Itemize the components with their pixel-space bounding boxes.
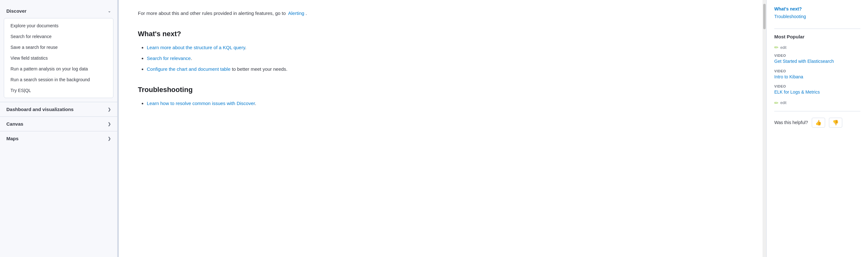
helpful-label: Was this helpful?: [774, 120, 808, 125]
video-link-0[interactable]: Get Started with Elasticsearch: [774, 59, 860, 65]
troubleshooting-list: Learn how to resolve common issues with …: [138, 100, 743, 107]
chevron-right-icon-2: ❯: [108, 122, 111, 126]
pencil-icon: ✏: [774, 44, 778, 50]
sidebar-canvas-label: Canvas: [6, 121, 23, 126]
alerting-text-before: For more about this and other rules prov…: [138, 10, 287, 16]
sidebar-maps-label: Maps: [6, 136, 19, 141]
edit-label-2: edit: [780, 101, 786, 105]
panel-divider: [774, 29, 860, 29]
kql-query-link[interactable]: Learn more about the structure of a KQL …: [147, 45, 245, 50]
video-label-2: VIDEO: [774, 84, 860, 88]
configure-chart-link[interactable]: Configure the chart and document table: [147, 66, 231, 72]
scrollbar-thumb: [763, 4, 766, 29]
helpful-section: Was this helpful? 👍 👎: [774, 118, 860, 127]
sidebar-discover-items: Explore your documents Search for releva…: [4, 18, 114, 98]
chevron-right-icon-3: ❯: [108, 137, 111, 141]
video-link-1[interactable]: Intro to Kibana: [774, 74, 860, 80]
sidebar-item-view-field-statistics[interactable]: View field statistics: [4, 53, 113, 64]
main-content: For more about this and other rules prov…: [119, 0, 763, 257]
sidebar-item-run-search-session[interactable]: Run a search session in the background: [4, 74, 113, 85]
thumbs-up-icon: 👍: [815, 120, 822, 126]
sidebar-item-explore-documents[interactable]: Explore your documents: [4, 20, 113, 31]
bullet-0-after: .: [245, 45, 246, 50]
video-label-0: VIDEO: [774, 53, 860, 58]
sidebar-discover-header[interactable]: Discover ⌄: [0, 5, 117, 17]
sidebar: Discover ⌄ Explore your documents Search…: [0, 0, 118, 257]
alerting-paragraph: For more about this and other rules prov…: [138, 9, 743, 17]
troubleshooting-right-link[interactable]: Troubleshooting: [774, 14, 860, 19]
most-popular-title: Most Popular: [774, 34, 860, 39]
video-entry-0: VIDEO Get Started with Elasticsearch: [774, 53, 860, 65]
whats-next-right-link[interactable]: What's next?: [774, 6, 860, 11]
list-item: Search for relevance.: [147, 54, 743, 62]
sidebar-maps[interactable]: Maps ❯: [0, 131, 117, 146]
chevron-down-icon: ⌄: [108, 9, 111, 13]
sidebar-canvas[interactable]: Canvas ❯: [0, 116, 117, 131]
troubleshoot-link[interactable]: Learn how to resolve common issues with …: [147, 101, 255, 106]
edit-label: edit: [780, 45, 786, 50]
troubleshoot-after: .: [255, 101, 256, 106]
sidebar-item-run-pattern-analysis[interactable]: Run a pattern analysis on your log data: [4, 64, 113, 74]
thumbs-down-icon: 👎: [832, 120, 839, 126]
video-entry-2: VIDEO ELK for Logs & Metrics: [774, 84, 860, 96]
list-item: Configure the chart and document table t…: [147, 65, 743, 73]
video-entry-1: VIDEO Intro to Kibana: [774, 69, 860, 80]
edit-button-1[interactable]: ✏ edit: [774, 44, 860, 50]
whats-next-list: Learn more about the structure of a KQL …: [138, 44, 743, 73]
sidebar-discover-title: Discover: [6, 8, 26, 14]
search-relevance-link[interactable]: Search for relevance: [147, 56, 191, 61]
sidebar-dashboard-viz[interactable]: Dashboard and visualizations ❯: [0, 102, 117, 116]
pencil-icon-2: ✏: [774, 100, 778, 106]
scrollbar[interactable]: [763, 0, 766, 257]
bullet-1-after: .: [191, 56, 192, 61]
sidebar-dashboard-viz-label: Dashboard and visualizations: [6, 107, 74, 112]
edit-button-2[interactable]: ✏ edit: [774, 100, 860, 106]
sidebar-item-try-esql[interactable]: Try ES|QL: [4, 85, 113, 96]
panel-divider-2: [774, 111, 860, 111]
chevron-right-icon: ❯: [108, 107, 111, 112]
right-panel: What's next? Troubleshooting Most Popula…: [766, 0, 868, 257]
right-top-links: What's next? Troubleshooting: [774, 6, 860, 19]
video-label-1: VIDEO: [774, 69, 860, 73]
bullet-2-after: to better meet your needs.: [231, 66, 287, 72]
thumbs-down-button[interactable]: 👎: [829, 118, 842, 127]
video-link-2[interactable]: ELK for Logs & Metrics: [774, 89, 860, 96]
thumbs-up-button[interactable]: 👍: [812, 118, 825, 127]
sidebar-item-search-relevance[interactable]: Search for relevance: [4, 31, 113, 42]
troubleshooting-title: Troubleshooting: [138, 86, 743, 94]
alerting-text-after: .: [306, 10, 307, 16]
list-item: Learn more about the structure of a KQL …: [147, 44, 743, 51]
whats-next-title: What's next?: [138, 30, 743, 38]
list-item: Learn how to resolve common issues with …: [147, 100, 743, 107]
alerting-link[interactable]: Alerting: [288, 10, 304, 16]
sidebar-item-save-search[interactable]: Save a search for reuse: [4, 42, 113, 53]
